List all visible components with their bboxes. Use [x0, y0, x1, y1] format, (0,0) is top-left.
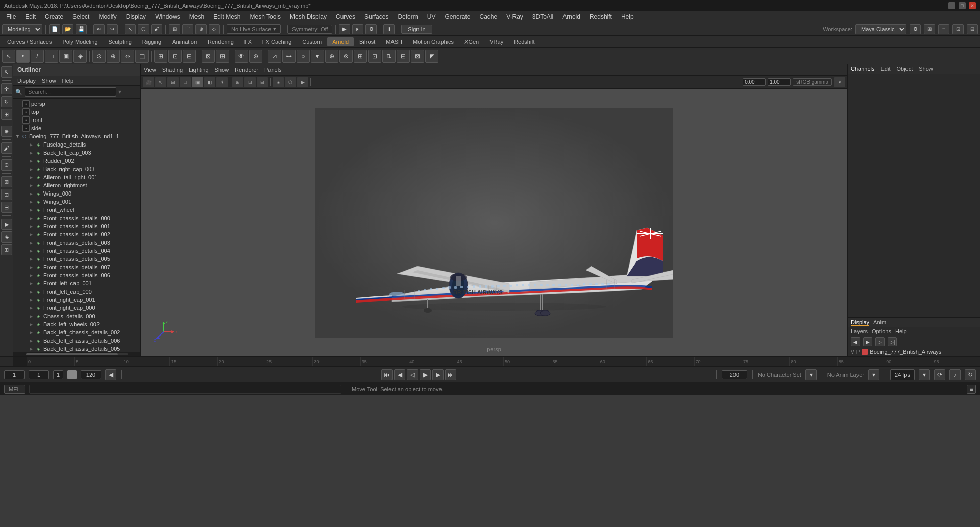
fps-dropdown[interactable]: ▾: [919, 369, 930, 380]
gamma-gamma-input[interactable]: [768, 78, 791, 86]
mirror-button[interactable]: ◫: [135, 50, 149, 63]
fps-display[interactable]: 24 fps: [890, 369, 915, 380]
da-tab-anim[interactable]: Anim: [873, 319, 886, 326]
vp-solid-btn[interactable]: □: [180, 77, 191, 87]
vp-iso-btn[interactable]: ◈: [273, 77, 284, 87]
tree-item-front-chassis-004[interactable]: ▶ ◈ Front_chassis_details_004: [13, 247, 140, 255]
bridge-button[interactable]: ⊶: [282, 50, 296, 63]
tab-bifrost[interactable]: Bifrost: [354, 37, 380, 46]
workspace-settings-button[interactable]: ⚙: [910, 24, 921, 34]
gamma-display[interactable]: sRGB gamma: [793, 78, 832, 86]
step-back-button[interactable]: ◀: [394, 369, 405, 380]
menu-vray[interactable]: V-Ray: [502, 12, 527, 21]
mel-input[interactable]: [29, 385, 341, 394]
menu-deform[interactable]: Deform: [394, 12, 422, 21]
maximize-button[interactable]: □: [959, 2, 966, 9]
play-forward-button[interactable]: ▶: [420, 369, 431, 380]
expand-arrow[interactable]: ▶: [30, 232, 35, 237]
fill-hole-button[interactable]: ⊡: [368, 50, 381, 63]
uvshell-mode-button[interactable]: ◈: [74, 50, 87, 63]
undo-button[interactable]: ↩: [93, 24, 105, 34]
transform-button[interactable]: ⊕: [107, 50, 120, 63]
workspace-snap-button[interactable]: ⊡: [952, 24, 964, 34]
step-forward-button[interactable]: ▶: [432, 369, 444, 380]
char-set-dropdown[interactable]: ▾: [805, 369, 817, 380]
expand-arrow[interactable]: ▶: [30, 265, 35, 270]
expand-arrow[interactable]: ▶: [30, 151, 35, 155]
layers-menu[interactable]: Layers: [851, 328, 868, 334]
tab-vray[interactable]: VRay: [484, 37, 508, 46]
vp-wire-btn[interactable]: ⊞: [167, 77, 179, 87]
search-input[interactable]: [24, 87, 116, 97]
expand-arrow[interactable]: ▶: [30, 347, 35, 351]
expand-arrow[interactable]: ▼: [15, 134, 20, 139]
paint-sel-button[interactable]: 🖌: [151, 24, 162, 34]
connect-button[interactable]: ⊕: [325, 50, 338, 63]
workspace-extra-button[interactable]: ≡: [938, 24, 949, 34]
rp-show[interactable]: Show: [919, 66, 933, 72]
menu-file[interactable]: File: [2, 12, 20, 21]
tree-item-back-left-chassis-002[interactable]: ▶ ◈ Back_left_chassis_details_002: [13, 328, 140, 337]
bevel-button[interactable]: ⊿: [268, 50, 281, 63]
expand-arrow[interactable]: ▶: [30, 216, 35, 221]
outliner-menu-show[interactable]: Show: [40, 77, 58, 84]
merge-button[interactable]: ⊟: [397, 50, 410, 63]
layer-row[interactable]: V P Boeing_777_British_Airways: [848, 347, 980, 356]
anim-layer-dropdown[interactable]: ▾: [868, 369, 879, 380]
select-tool-left[interactable]: ↖: [1, 66, 12, 78]
menu-surfaces[interactable]: Surfaces: [360, 12, 393, 21]
timeline[interactable]: 0 5 10 15 20 25 30 35 40 45 50 55 60 65 …: [0, 356, 980, 367]
show-hide-button[interactable]: 👁: [235, 50, 248, 63]
tree-item-front-chassis-006[interactable]: ▶ ◈ Front_chassis_details_006: [13, 271, 140, 279]
expand-arrow[interactable]: ▶: [30, 241, 35, 245]
save-scene-button[interactable]: 💾: [76, 24, 87, 34]
tree-item-wings-000[interactable]: ▶ ◈ Wings_000: [13, 189, 140, 198]
tree-item-side[interactable]: ▪ side: [13, 124, 140, 132]
show-hide2-button[interactable]: ⊛: [249, 50, 262, 63]
snaps-left[interactable]: ⊡: [1, 189, 12, 200]
tree-item-front-chassis-000[interactable]: ▶ ◈ Front_chassis_details_000: [13, 214, 140, 222]
measure-left[interactable]: ⊠: [1, 176, 12, 187]
search-dropdown-icon[interactable]: ▾: [118, 88, 121, 95]
options-menu[interactable]: Options: [872, 328, 891, 334]
snap-curve-button[interactable]: ⌒: [182, 24, 193, 34]
frame-key-input[interactable]: [53, 370, 63, 379]
tab-xgen[interactable]: XGen: [459, 37, 484, 46]
vp-hud-btn[interactable]: ⊟: [257, 77, 268, 87]
xray-left[interactable]: ◈: [1, 231, 12, 243]
vertex-mode-button[interactable]: •: [16, 50, 30, 63]
tree-item-boeing-group[interactable]: ▼ ⬡ Boeing_777_British_Airways_nd1_1: [13, 132, 140, 140]
tab-sculpting[interactable]: Sculpting: [104, 37, 137, 46]
expand-arrow[interactable]: ▶: [30, 306, 35, 310]
loop-btn[interactable]: ↻: [965, 369, 976, 380]
expand-arrow[interactable]: ▶: [30, 273, 35, 278]
menu-help[interactable]: Help: [617, 12, 638, 21]
view-snap2-button[interactable]: ⊞: [216, 50, 229, 63]
gamma-offset-input[interactable]: [743, 78, 766, 86]
collapse-button[interactable]: ▼: [311, 50, 324, 63]
snap-point-button[interactable]: ⊕: [195, 24, 207, 34]
lasso-tool-button[interactable]: ⬡: [138, 24, 149, 34]
expand-arrow[interactable]: ▶: [30, 208, 35, 212]
key-type-btn[interactable]: ◀: [105, 369, 116, 380]
menu-uv[interactable]: UV: [423, 12, 440, 21]
move-tool-left[interactable]: ✛: [1, 83, 12, 94]
expand-arrow[interactable]: ▶: [30, 322, 35, 327]
tree-item-back-left-chassis-006[interactable]: ▶ ◈ Back_left_chassis_details_006: [13, 337, 140, 345]
edge-mode-button[interactable]: /: [31, 50, 44, 63]
lattice-button[interactable]: ⊞: [154, 50, 167, 63]
menu-select[interactable]: Select: [68, 12, 93, 21]
vp-sel-btn[interactable]: ↖: [155, 77, 166, 87]
play-back-button[interactable]: ◁: [407, 369, 418, 380]
tree-item-front-chassis-003[interactable]: ▶ ◈ Front_chassis_details_003: [13, 238, 140, 247]
vp-xray-btn[interactable]: ⬡: [285, 77, 296, 87]
tree-item-front-left-cap-001[interactable]: ▶ ◈ Front_left_cap_001: [13, 279, 140, 288]
paint-left[interactable]: 🖌: [1, 142, 12, 154]
expand-arrow[interactable]: ▶: [30, 167, 35, 172]
layer-prev-btn[interactable]: ▶: [863, 337, 872, 346]
audio-btn[interactable]: ♪: [949, 369, 961, 380]
expand-arrow[interactable]: ▶: [30, 159, 35, 163]
tab-fx[interactable]: FX: [239, 37, 257, 46]
help-menu[interactable]: Help: [895, 328, 907, 334]
vp-grid-btn[interactable]: ⊞: [232, 77, 243, 87]
